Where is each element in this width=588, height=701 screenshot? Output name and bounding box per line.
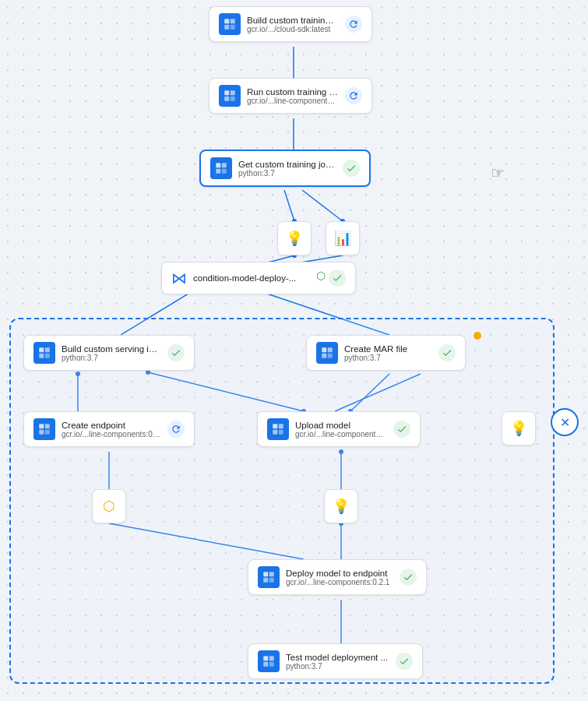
svg-rect-55: [269, 572, 274, 576]
chart-node[interactable]: 📊: [326, 221, 360, 255]
svg-rect-33: [231, 97, 235, 101]
condition-text: condition-model-deploy-...: [193, 273, 310, 283]
build-training-status: [345, 16, 362, 33]
svg-rect-54: [263, 572, 268, 576]
branch-icon: ⬡: [103, 498, 115, 515]
svg-rect-41: [45, 354, 50, 358]
deploy-model-node[interactable]: Deploy model to endpoint gcr.io/...line-…: [248, 559, 427, 595]
bulb-icon-2: 💡: [510, 420, 527, 437]
build-serving-text: Build custom serving im... python:3.7: [62, 344, 161, 362]
create-mar-title: Create MAR file: [344, 344, 432, 354]
test-model-text: Test model deployment ... python:3.7: [286, 653, 389, 671]
branch-node[interactable]: ⬡: [92, 489, 126, 523]
build-serving-status: [167, 344, 185, 361]
svg-rect-46: [39, 424, 44, 428]
bulb-node-1[interactable]: 💡: [277, 221, 312, 255]
test-model-subtitle: python:3.7: [286, 662, 389, 671]
deploy-model-title: Deploy model to endpoint: [286, 569, 393, 578]
create-mar-text: Create MAR file python:3.7: [344, 344, 432, 362]
chart-icon: 📊: [334, 230, 351, 247]
svg-rect-38: [39, 347, 44, 352]
get-training-status: [343, 160, 360, 177]
upload-model-node[interactable]: Upload model gcr.io/...line-components:0…: [257, 411, 421, 447]
build-training-node[interactable]: Build custom training im... gcr.io/.../c…: [209, 6, 372, 42]
svg-rect-30: [224, 90, 229, 95]
create-mar-icon: [316, 342, 338, 364]
deploy-model-status: [400, 569, 417, 586]
condition-node[interactable]: ⋈ condition-model-deploy-... ⬡: [161, 262, 356, 294]
svg-rect-61: [269, 662, 274, 667]
svg-rect-43: [328, 347, 333, 352]
test-model-title: Test model deployment ...: [286, 653, 389, 662]
run-training-text: Run custom training job gcr.io/...line-c…: [247, 87, 339, 105]
orange-dot: [474, 332, 481, 340]
get-training-title: Get custom training job d...: [238, 160, 336, 169]
svg-rect-37: [222, 169, 227, 174]
svg-rect-60: [263, 662, 268, 667]
svg-rect-31: [231, 90, 235, 95]
get-training-text: Get custom training job d... python:3.7: [238, 160, 336, 178]
run-training-title: Run custom training job: [247, 87, 339, 97]
bulb-icon-3: 💡: [333, 498, 350, 515]
condition-icon: ⋈: [171, 269, 187, 287]
bulb-node-2[interactable]: 💡: [502, 411, 536, 446]
hand-cursor-icon: ☞: [491, 164, 505, 182]
build-training-text: Build custom training im... gcr.io/.../c…: [247, 16, 339, 33]
svg-rect-52: [273, 430, 277, 435]
build-serving-icon: [33, 342, 55, 364]
svg-line-2: [284, 190, 294, 221]
build-serving-subtitle: python:3.7: [62, 354, 161, 362]
build-serving-node[interactable]: Build custom serving im... python:3.7: [23, 335, 195, 371]
build-training-title: Build custom training im...: [247, 16, 339, 25]
svg-rect-35: [222, 163, 227, 167]
test-model-node[interactable]: Test model deployment ... python:3.7: [248, 643, 423, 679]
pipeline-canvas[interactable]: Build custom training im... gcr.io/.../c…: [0, 0, 588, 701]
run-training-node[interactable]: Run custom training job gcr.io/...line-c…: [209, 78, 372, 114]
svg-line-3: [302, 190, 343, 221]
get-training-subtitle: python:3.7: [238, 169, 336, 178]
get-training-icon: [210, 157, 232, 179]
build-training-icon: [219, 13, 241, 35]
svg-rect-47: [45, 424, 50, 428]
upload-model-subtitle: gcr.io/...line-components:0.2.1: [295, 430, 387, 439]
group-box: [9, 318, 555, 684]
create-endpoint-icon: [33, 418, 55, 440]
svg-rect-56: [263, 578, 268, 583]
svg-rect-58: [263, 656, 268, 660]
svg-rect-28: [224, 25, 229, 30]
svg-rect-36: [216, 169, 220, 174]
svg-rect-26: [224, 19, 229, 23]
svg-rect-53: [279, 430, 283, 435]
create-endpoint-title: Create endpoint: [62, 421, 161, 430]
test-model-status: [396, 653, 413, 670]
svg-rect-48: [39, 430, 44, 435]
bulb-icon-1: 💡: [286, 230, 303, 247]
svg-rect-50: [273, 424, 277, 428]
svg-rect-34: [216, 163, 220, 167]
svg-rect-51: [279, 424, 283, 428]
create-endpoint-node[interactable]: Create endpoint gcr.io/...line-component…: [23, 411, 195, 447]
condition-title: condition-model-deploy-...: [193, 273, 310, 283]
condition-actions: ⬡: [316, 269, 346, 287]
run-training-subtitle: gcr.io/...line-components:0.2.1: [247, 97, 339, 105]
upload-model-status: [393, 421, 410, 438]
svg-rect-49: [45, 430, 50, 435]
get-training-node[interactable]: Get custom training job d... python:3.7: [199, 150, 371, 187]
svg-rect-29: [231, 25, 235, 30]
deploy-model-subtitle: gcr.io/...line-components:0.2.1: [286, 578, 393, 587]
svg-rect-27: [231, 19, 235, 23]
bulb-node-3[interactable]: 💡: [324, 489, 358, 523]
deploy-model-icon: [258, 566, 280, 588]
upload-model-title: Upload model: [295, 421, 387, 430]
test-model-icon: [258, 650, 280, 672]
upload-model-icon: [267, 418, 289, 440]
svg-rect-40: [39, 354, 44, 358]
create-mar-node[interactable]: Create MAR file python:3.7: [306, 335, 466, 371]
close-button[interactable]: ✕: [551, 408, 579, 436]
svg-rect-45: [328, 354, 333, 358]
create-mar-status: [438, 344, 456, 361]
svg-rect-42: [322, 347, 326, 352]
create-endpoint-status: [167, 421, 185, 438]
deploy-model-text: Deploy model to endpoint gcr.io/...line-…: [286, 569, 393, 587]
upload-model-text: Upload model gcr.io/...line-components:0…: [295, 421, 387, 439]
